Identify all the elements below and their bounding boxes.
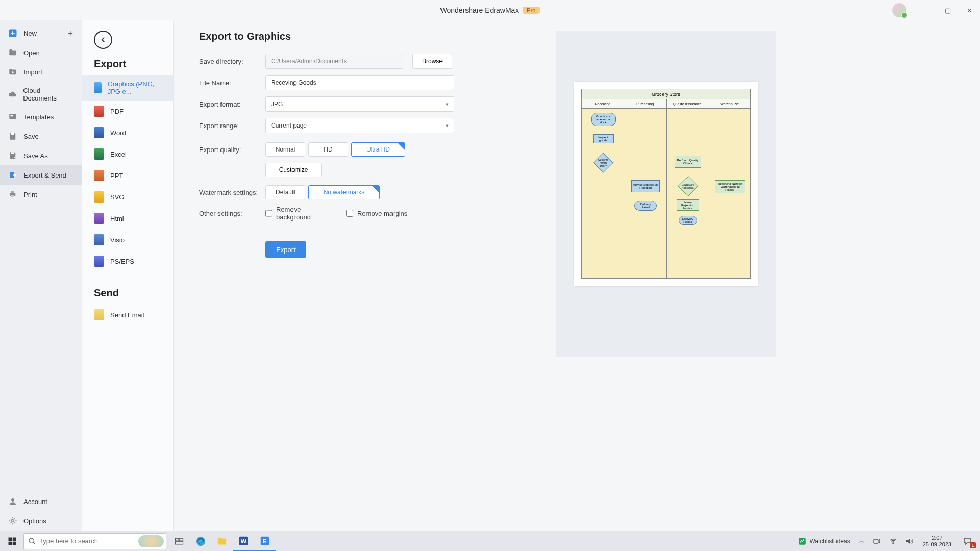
watermark-default[interactable]: Default <box>265 185 305 199</box>
sub-send-email[interactable]: Send Email <box>82 304 173 325</box>
word-file-icon <box>94 127 104 138</box>
add-icon[interactable]: ＋ <box>66 28 75 39</box>
plus-square-icon <box>8 29 17 38</box>
back-button[interactable] <box>94 31 112 49</box>
nav-label: Print <box>23 191 37 198</box>
edraw-app-icon[interactable]: E <box>254 531 276 552</box>
preview-panel: Grocery Store Receiving Purchasing Quali… <box>556 31 776 357</box>
sub-label: PDF <box>110 108 124 115</box>
filename-input[interactable] <box>265 75 454 90</box>
email-icon <box>94 309 104 320</box>
tray-volume-icon[interactable] <box>902 537 917 545</box>
quality-normal[interactable]: Normal <box>265 142 305 157</box>
export-button[interactable]: Export <box>265 241 306 258</box>
sub-label: PS/EPS <box>110 258 134 265</box>
sub-html[interactable]: Html <box>82 208 173 229</box>
svg-rect-25 <box>176 541 183 544</box>
export-section-title: Export <box>82 58 173 75</box>
chk-remove-bg-wrap[interactable]: Remove background <box>265 206 332 221</box>
sub-pseps[interactable]: PS/EPS <box>82 251 173 272</box>
nav-save[interactable]: Save <box>0 127 82 146</box>
options-icon <box>8 516 17 525</box>
clock-time: 2:07 <box>932 535 942 541</box>
content-pane: Export to Graphics Save directory: Brows… <box>174 20 980 531</box>
tray-wifi-icon[interactable] <box>886 537 900 545</box>
explorer-icon[interactable] <box>211 531 233 552</box>
svg-rect-24 <box>180 538 183 541</box>
nav-export-send[interactable]: Export & Send <box>0 165 82 185</box>
search-input[interactable] <box>39 537 121 545</box>
sub-word[interactable]: Word <box>82 122 173 143</box>
range-dropdown[interactable]: Current page ▾ <box>265 118 454 133</box>
account-icon <box>8 497 17 506</box>
label-dir: Save directory: <box>199 58 265 65</box>
chk-remove-margins[interactable] <box>346 210 353 217</box>
titlebar: Wondershare EdrawMax Pro — ▢ ✕ <box>0 0 980 20</box>
nav-import[interactable]: Import <box>0 62 82 82</box>
nav-print[interactable]: Print <box>0 185 82 204</box>
html-file-icon <box>94 213 104 224</box>
start-button[interactable] <box>3 532 21 550</box>
nav-options[interactable]: Options <box>0 511 82 531</box>
nav-open[interactable]: Open <box>0 43 82 62</box>
svg-rect-32 <box>874 539 878 543</box>
sub-svg[interactable]: SVG <box>82 186 173 208</box>
templates-icon <box>8 112 17 121</box>
sub-label: Html <box>110 215 124 222</box>
flow-node: Contents match order? <box>593 153 614 173</box>
flow-node: Receiving Notifies Warehouse to Pickup <box>715 180 745 193</box>
quality-ultrahd[interactable]: Ultra HD <box>351 142 405 157</box>
watchlist-widget[interactable]: Watchlist ideas <box>795 537 853 546</box>
send-section-title: Send <box>82 287 173 304</box>
svg-rect-18 <box>9 537 12 541</box>
maximize-button[interactable]: ▢ <box>937 0 959 20</box>
sub-pdf[interactable]: PDF <box>82 101 173 122</box>
chk-remove-margins-wrap[interactable]: Remove margins <box>346 210 412 217</box>
watermark-none[interactable]: No watermarks <box>308 185 380 199</box>
svg-point-22 <box>29 538 34 543</box>
notif-badge: 1 <box>970 542 976 548</box>
flow-node: Delivery Failed <box>679 216 697 225</box>
sub-visio[interactable]: Visio <box>82 229 173 251</box>
svg-rect-11 <box>11 133 14 135</box>
nav-new[interactable]: New ＋ <box>0 23 82 43</box>
dir-input[interactable] <box>265 54 403 69</box>
image-file-icon <box>94 82 102 93</box>
taskbar-search[interactable] <box>23 533 166 549</box>
user-avatar[interactable] <box>892 3 906 17</box>
svg-rect-10 <box>11 115 13 116</box>
word-app-icon[interactable]: W <box>233 531 254 552</box>
folder-icon <box>8 48 17 57</box>
pdf-file-icon <box>94 106 104 117</box>
caret-down-icon: ▾ <box>446 122 449 129</box>
save-icon <box>8 132 17 141</box>
lane-header: Quality Assurance <box>667 99 709 109</box>
sub-excel[interactable]: Excel <box>82 143 173 165</box>
chk-remove-bg[interactable] <box>265 210 272 217</box>
chk-label: Remove margins <box>357 210 407 217</box>
browse-button[interactable]: Browse <box>412 54 452 69</box>
taskbar-clock[interactable]: 2:07 25-09-2023 <box>919 535 955 548</box>
svg-rect-19 <box>13 537 16 541</box>
format-dropdown[interactable]: JPG ▾ <box>265 96 454 112</box>
minimize-button[interactable]: — <box>916 0 937 20</box>
quality-hd[interactable]: HD <box>308 142 348 157</box>
action-center-icon[interactable]: 1 <box>958 533 977 549</box>
tray-chevron-icon[interactable]: ︿ <box>855 537 868 545</box>
task-view-icon[interactable] <box>168 531 190 552</box>
close-button[interactable]: ✕ <box>959 0 980 20</box>
range-value: Current page <box>271 122 307 129</box>
nav-templates[interactable]: Templates <box>0 107 82 127</box>
tray-meet-icon[interactable] <box>870 537 884 545</box>
app-title: Wondershare EdrawMax <box>440 6 519 14</box>
nav-cloud[interactable]: Cloud Documents <box>0 82 82 107</box>
nav-saveas[interactable]: Save As <box>0 146 82 165</box>
nav-account[interactable]: Account <box>0 492 82 511</box>
customize-button[interactable]: Customize <box>265 163 322 177</box>
edge-icon[interactable] <box>190 531 211 552</box>
flow-node: Issue Rejection Notice <box>677 199 699 211</box>
nav-label: New <box>23 30 37 37</box>
ps-file-icon <box>94 256 104 267</box>
sub-ppt[interactable]: PPT <box>82 165 173 186</box>
sub-graphics[interactable]: Graphics (PNG, JPG e... <box>82 75 173 101</box>
